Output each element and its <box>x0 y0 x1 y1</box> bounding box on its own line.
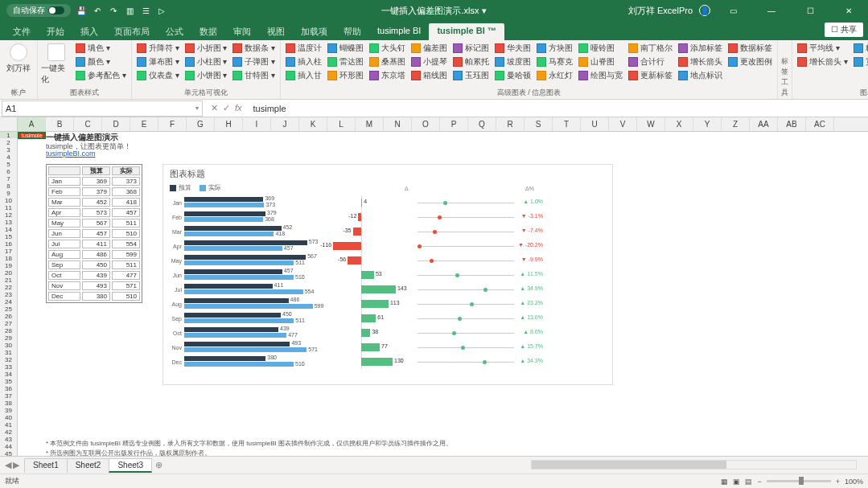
row-34[interactable]: 34 <box>0 371 17 378</box>
row-33[interactable]: 33 <box>0 363 17 371</box>
worksheet-grid[interactable]: ABCDEFGHIJKLMNOPQRSTUVWXYZAAABAC 1234567… <box>0 117 868 456</box>
cmd-标记图[interactable]: 标记图 <box>451 42 491 55</box>
add-sheet-button[interactable]: ⊕ <box>151 460 166 470</box>
tab-公式[interactable]: 公式 <box>158 23 191 40</box>
row-11[interactable]: 11 <box>0 204 17 211</box>
sheet-next-icon[interactable]: ▶ <box>13 460 19 470</box>
cmd-箱线图[interactable]: 箱线图 <box>409 69 449 82</box>
cmd-粗体字[interactable]: 粗体字 ▾ <box>852 42 868 55</box>
cmd-大头钉[interactable]: 大头钉 <box>368 42 407 55</box>
row-16[interactable]: 16 <box>0 240 17 248</box>
view-normal-icon[interactable]: ▦ <box>721 478 728 486</box>
cmd-地点标识[interactable]: 地点标识 <box>677 69 724 82</box>
row-24[interactable]: 24 <box>0 298 17 306</box>
accept-fx-icon[interactable]: ✓ <box>223 103 230 113</box>
cmd-数据标签[interactable]: 数据标签 <box>726 42 774 55</box>
sheet-prev-icon[interactable]: ◀ <box>5 460 11 470</box>
cmd-山脊图[interactable]: 山脊图 <box>577 55 624 68</box>
col-V[interactable]: V <box>609 117 637 131</box>
col-AB[interactable]: AB <box>778 117 806 131</box>
zoom-slider[interactable] <box>767 480 831 482</box>
cmd-小提琴[interactable]: 小提琴 <box>409 55 449 68</box>
select-all-corner[interactable] <box>0 117 18 132</box>
row-2[interactable]: 2 <box>0 139 17 146</box>
col-U[interactable]: U <box>581 117 609 131</box>
cmd-马赛克[interactable]: 马赛克 <box>535 55 574 68</box>
col-H[interactable]: H <box>215 117 243 131</box>
col-B[interactable]: B <box>46 117 74 131</box>
view-break-icon[interactable]: ▤ <box>745 478 752 486</box>
cmd-参考配色[interactable]: 参考配色 ▾ <box>74 69 128 82</box>
row-32[interactable]: 32 <box>0 356 17 363</box>
minimize-button[interactable]: — <box>755 0 788 21</box>
cmd-填色[interactable]: 填色 ▾ <box>74 42 128 55</box>
row-26[interactable]: 26 <box>0 313 17 320</box>
col-AA[interactable]: AA <box>750 117 778 131</box>
website-link[interactable]: tusimpleBI.com <box>46 150 96 158</box>
touch-icon[interactable]: ☰ <box>140 5 151 16</box>
cmd-华夫图[interactable]: 华夫图 <box>493 42 533 55</box>
row-6[interactable]: 6 <box>0 168 17 175</box>
row-37[interactable]: 37 <box>0 392 17 400</box>
col-R[interactable]: R <box>496 117 525 131</box>
row-17[interactable]: 17 <box>0 248 17 255</box>
row-36[interactable]: 36 <box>0 385 17 392</box>
close-button[interactable]: ✕ <box>833 0 865 21</box>
col-Y[interactable]: Y <box>693 117 722 131</box>
row-42[interactable]: 42 <box>0 429 17 436</box>
tab-tusimple BI[interactable]: tusimple BI <box>369 23 429 40</box>
save-icon[interactable]: 💾 <box>76 5 87 16</box>
cmd-升降符[interactable]: 升降符 ▾ <box>135 42 181 55</box>
account-button[interactable]: 刘万祥 <box>3 42 34 74</box>
cmd-环形图[interactable]: 环形图 <box>326 69 365 82</box>
tab-开始[interactable]: 开始 <box>39 23 72 40</box>
cmd-偏差图[interactable]: 偏差图 <box>409 42 449 55</box>
row-41[interactable]: 41 <box>0 421 17 429</box>
row-28[interactable]: 28 <box>0 327 17 334</box>
cmd-小折图[interactable]: 小折图 ▾ <box>183 42 229 55</box>
user-avatar-icon[interactable]: 👤 <box>699 5 710 16</box>
maximize-button[interactable]: ☐ <box>794 0 826 21</box>
zoom-level[interactable]: 100% <box>845 478 863 486</box>
tab-帮助[interactable]: 帮助 <box>335 23 369 40</box>
cmd-更新标签[interactable]: 更新标签 <box>627 69 674 82</box>
cmd-更改图例[interactable]: 更改图例 <box>726 55 774 68</box>
col-Z[interactable]: Z <box>722 117 750 131</box>
name-box[interactable]: A1▾ <box>2 100 203 117</box>
col-E[interactable]: E <box>130 117 158 131</box>
cursor-icon[interactable]: ▷ <box>156 5 167 16</box>
row-1[interactable]: 1 <box>0 132 17 139</box>
autosave-toggle[interactable]: 自动保存 <box>6 4 71 17</box>
row-44[interactable]: 44 <box>0 443 17 450</box>
cmd-哑铃图[interactable]: 哑铃图 <box>577 42 624 55</box>
row-7[interactable]: 7 <box>0 175 17 182</box>
row-38[interactable]: 38 <box>0 400 17 407</box>
row-10[interactable]: 10 <box>0 197 17 204</box>
row-21[interactable]: 21 <box>0 277 17 284</box>
cmd-温度计[interactable]: 温度计 <box>284 42 323 55</box>
row-31[interactable]: 31 <box>0 349 17 356</box>
row-headers[interactable]: 1234567891011121314151617181920212223242… <box>0 132 18 456</box>
chart[interactable]: 图表标题 预算 实际 Δ Δ% Jan3693734▲ 1.0%Feb37936… <box>162 164 613 385</box>
ribbon-opts-icon[interactable]: ▭ <box>717 0 749 21</box>
row-4[interactable]: 4 <box>0 154 17 161</box>
row-45[interactable]: 45 <box>0 450 17 456</box>
cmd-绘图与宽[interactable]: 绘图与宽 <box>577 69 624 82</box>
cmd-子弹图[interactable]: 子弹图 ▾ <box>231 55 277 68</box>
cmd-数据条[interactable]: 数据条 ▾ <box>231 42 277 55</box>
fx-icon[interactable]: fx <box>235 103 242 113</box>
sheet-tab-Sheet1[interactable]: Sheet1 <box>24 458 68 473</box>
cmd-合计行[interactable]: 合计行 <box>627 55 674 68</box>
row-23[interactable]: 23 <box>0 291 17 298</box>
user-name[interactable]: 刘万祥 ExcelPro <box>628 5 693 17</box>
cmd-雷达图[interactable]: 雷达图 <box>326 55 365 68</box>
tab-插入[interactable]: 插入 <box>72 23 106 40</box>
row-20[interactable]: 20 <box>0 269 17 277</box>
col-F[interactable]: F <box>158 117 187 131</box>
file-name[interactable]: 一键插入偏差图演示.xlsx ▾ <box>381 5 486 17</box>
cmd-坡度图[interactable]: 坡度图 <box>493 55 533 68</box>
cmd-瀑布图[interactable]: 瀑布图 ▾ <box>135 55 181 68</box>
tab-tusimple BI ™[interactable]: tusimple BI ™ <box>429 23 504 40</box>
cmd-玉珏图[interactable]: 玉珏图 <box>451 69 491 82</box>
col-P[interactable]: P <box>440 117 468 131</box>
